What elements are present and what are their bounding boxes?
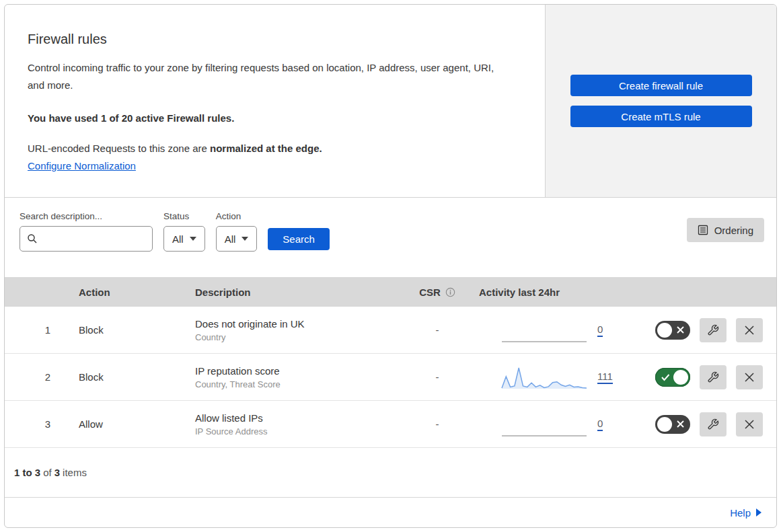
row-controls: [629, 412, 776, 436]
activity-cell: 0: [471, 317, 629, 344]
delete-rule-button[interactable]: [736, 412, 763, 436]
rule-description: Does not originate in UK: [195, 318, 404, 330]
row-action: Allow: [72, 418, 188, 430]
table-row: 3 Allow Allow listed IPs IP Source Addre…: [5, 401, 776, 448]
close-icon: [744, 372, 755, 383]
status-dropdown-value: All: [172, 233, 184, 245]
normalization-text: URL-encoded Requests to this zone are no…: [28, 143, 518, 154]
csr-value: -: [404, 371, 471, 383]
usage-text: You have used 1 of 20 active Firewall ru…: [28, 112, 518, 124]
action-dropdown-value: All: [225, 233, 236, 245]
row-priority: 2: [5, 371, 72, 383]
header-actions-panel: Create firewall rule Create mTLS rule: [545, 5, 776, 197]
x-icon: [677, 326, 684, 334]
wrench-icon: [707, 371, 719, 383]
header-description: Control incoming traffic to your zone by…: [28, 59, 512, 93]
chevron-down-icon: [190, 237, 196, 241]
search-icon: [27, 233, 38, 244]
edit-rule-button[interactable]: [700, 365, 727, 389]
search-description-label: Search description...: [20, 211, 153, 221]
toggle-knob: [657, 323, 672, 338]
activity-cell: 111: [471, 364, 629, 391]
row-action: Block: [72, 371, 188, 383]
toggle-knob: [673, 370, 688, 385]
row-priority: 3: [5, 418, 72, 430]
rule-fields: Country: [195, 332, 404, 342]
activity-count-link[interactable]: 0: [597, 418, 603, 431]
activity-sparkline: [500, 364, 588, 391]
edit-rule-button[interactable]: [700, 318, 727, 342]
filter-bar: Search description... Status All: [5, 198, 776, 277]
status-dropdown[interactable]: All: [163, 226, 205, 252]
close-icon: [744, 419, 755, 430]
configure-normalization-link[interactable]: Configure Normalization: [28, 160, 136, 172]
header-text-block: Firewall rules Control incoming traffic …: [5, 5, 545, 197]
row-description-cell: Does not originate in UK Country: [188, 318, 404, 342]
rule-description: IP reputation score: [195, 365, 404, 377]
rule-fields: IP Source Address: [195, 426, 404, 436]
action-filter-group: Action All: [216, 211, 258, 252]
activity-sparkline: [500, 317, 588, 344]
items-total: 3: [54, 467, 60, 478]
table-row: 1 Block Does not originate in UK Country…: [5, 307, 776, 354]
normalization-bold: normalized at the edge.: [210, 143, 322, 154]
row-description-cell: Allow listed IPs IP Source Address: [188, 412, 404, 436]
csr-value: -: [404, 418, 471, 430]
help-label: Help: [730, 507, 751, 519]
ordering-button-label: Ordering: [714, 225, 753, 236]
normalization-prefix: URL-encoded Requests to this zone are: [28, 143, 210, 154]
ordering-icon: [698, 225, 708, 235]
action-dropdown[interactable]: All: [216, 226, 258, 252]
activity-cell: 0: [471, 411, 629, 438]
delete-rule-button[interactable]: [736, 318, 763, 342]
action-label: Action: [216, 211, 258, 221]
column-action: Action: [72, 287, 188, 298]
ordering-button[interactable]: Ordering: [687, 218, 764, 242]
activity-count-link[interactable]: 111: [597, 371, 613, 384]
create-firewall-rule-button[interactable]: Create firewall rule: [570, 75, 752, 96]
enable-toggle[interactable]: [655, 368, 690, 387]
csr-value: -: [404, 324, 471, 336]
help-bar: Help: [5, 498, 776, 527]
items-count: 1 to 3 of 3 items: [5, 448, 776, 498]
table-header: Action Description CSR Activity last 24h…: [5, 277, 776, 307]
search-group: Search description...: [20, 211, 153, 252]
rule-fields: Country, Threat Score: [195, 379, 404, 389]
create-mtls-rule-button[interactable]: Create mTLS rule: [570, 106, 752, 127]
chevron-down-icon: [241, 237, 248, 241]
row-description-cell: IP reputation score Country, Threat Scor…: [188, 365, 404, 389]
check-icon: [661, 373, 670, 381]
page-title: Firewall rules: [28, 32, 518, 47]
search-button[interactable]: Search: [268, 228, 330, 250]
column-description: Description: [188, 287, 404, 298]
items-range: 1 to 3: [14, 467, 40, 478]
enable-toggle[interactable]: [655, 321, 690, 340]
x-icon: [677, 420, 684, 428]
header-section: Firewall rules Control incoming traffic …: [5, 5, 776, 198]
table-row: 2 Block IP reputation score Country, Thr…: [5, 354, 776, 401]
row-controls: [629, 318, 776, 342]
activity-sparkline: [500, 411, 588, 438]
wrench-icon: [707, 418, 719, 430]
status-filter-group: Status All: [163, 211, 205, 252]
column-csr: CSR: [404, 287, 471, 298]
close-icon: [744, 325, 755, 336]
activity-count-link[interactable]: 0: [597, 324, 603, 337]
help-arrow-icon: [756, 508, 761, 517]
row-priority: 1: [5, 324, 72, 336]
row-controls: [629, 365, 776, 389]
firewall-rules-card: Firewall rules Control incoming traffic …: [4, 4, 777, 528]
enable-toggle[interactable]: [655, 415, 690, 434]
search-box: [20, 226, 153, 252]
status-label: Status: [163, 211, 205, 221]
delete-rule-button[interactable]: [736, 365, 763, 389]
edit-rule-button[interactable]: [700, 412, 727, 436]
firewall-rules-page: Firewall rules Control incoming traffic …: [0, 0, 781, 532]
row-action: Block: [72, 324, 188, 336]
info-icon[interactable]: [445, 287, 455, 297]
column-activity: Activity last 24hr: [471, 287, 629, 298]
search-input[interactable]: [38, 232, 145, 245]
toggle-knob: [657, 417, 672, 432]
rule-description: Allow listed IPs: [195, 412, 404, 424]
help-link[interactable]: Help: [730, 507, 761, 519]
